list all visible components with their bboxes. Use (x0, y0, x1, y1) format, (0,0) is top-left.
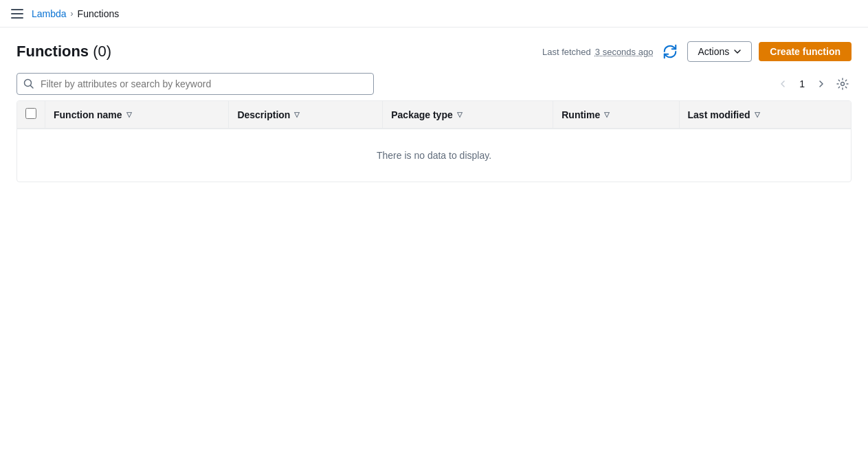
chevron-left-icon (777, 78, 788, 89)
sort-description-icon: ▽ (294, 111, 300, 118)
search-icon (23, 78, 34, 89)
sort-runtime-icon: ▽ (604, 111, 610, 118)
select-all-column (17, 101, 45, 129)
search-container (16, 73, 374, 95)
column-last-modified[interactable]: Last modified ▽ (679, 101, 851, 129)
create-function-button[interactable]: Create function (759, 42, 852, 61)
empty-state-row: There is no data to display. (17, 129, 851, 182)
pagination-prev-button[interactable] (775, 76, 791, 92)
breadcrumb-separator: › (71, 9, 74, 19)
sort-last-modified-icon: ▽ (755, 111, 760, 118)
functions-table: Function name ▽ Description ▽ Package ty… (17, 101, 851, 182)
last-fetched-time: 3 seconds ago (595, 47, 654, 57)
column-package-type[interactable]: Package type ▽ (383, 101, 553, 129)
page-title-count: (0) (93, 43, 111, 60)
sort-function-name-icon: ▽ (126, 111, 132, 118)
hamburger-menu-icon[interactable] (11, 9, 23, 19)
pagination-next-button[interactable] (813, 76, 830, 92)
header-actions: Last fetched 3 seconds ago Actions Creat… (542, 41, 852, 62)
empty-state-message: There is no data to display. (17, 129, 851, 182)
refresh-icon (663, 44, 678, 59)
actions-button[interactable]: Actions (687, 41, 752, 62)
last-fetched-info: Last fetched 3 seconds ago (542, 47, 653, 57)
svg-point-2 (841, 83, 845, 86)
main-content: Functions (0) Last fetched 3 seconds ago… (0, 28, 868, 196)
search-row: 1 (16, 73, 852, 95)
top-nav: Lambda › Functions (0, 0, 868, 28)
page-number: 1 (795, 77, 809, 91)
breadcrumb-lambda-link[interactable]: Lambda (32, 8, 67, 19)
table-settings-button[interactable] (834, 75, 852, 93)
column-runtime[interactable]: Runtime ▽ (553, 101, 679, 129)
column-function-name[interactable]: Function name ▽ (45, 101, 229, 129)
pagination-controls: 1 (775, 75, 852, 93)
settings-icon (836, 78, 849, 90)
table-header-row: Function name ▽ Description ▽ Package ty… (17, 101, 851, 129)
chevron-down-icon (733, 47, 742, 56)
breadcrumb-current: Functions (78, 8, 120, 19)
breadcrumb: Lambda › Functions (32, 8, 119, 19)
functions-table-container: Function name ▽ Description ▽ Package ty… (16, 100, 852, 182)
select-all-checkbox[interactable] (25, 108, 36, 119)
page-title: Functions (0) (16, 43, 111, 61)
svg-line-1 (31, 86, 34, 89)
sort-package-type-icon: ▽ (457, 111, 463, 118)
search-input[interactable] (16, 73, 374, 95)
column-description[interactable]: Description ▽ (229, 101, 383, 129)
page-header: Functions (0) Last fetched 3 seconds ago… (16, 41, 852, 62)
chevron-right-icon (816, 78, 827, 89)
refresh-button[interactable] (660, 41, 680, 62)
